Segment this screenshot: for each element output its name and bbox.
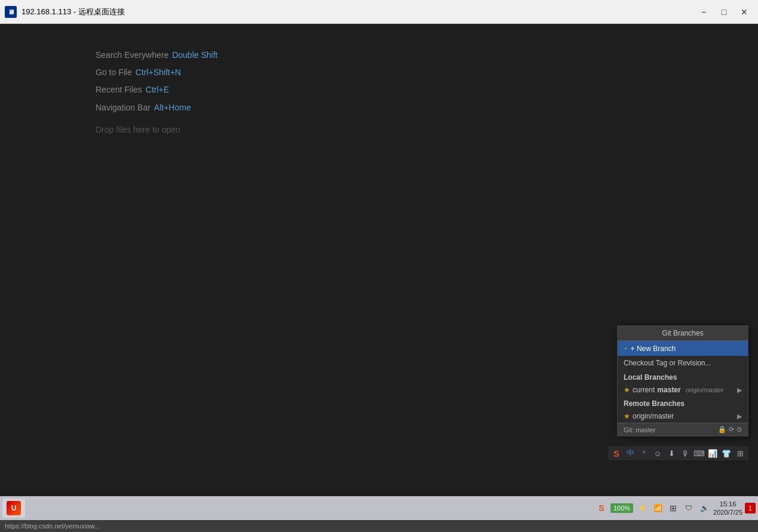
system-tray: S 中 ° ☺ ⬇ 🎙 ⌨ 📊 👕 ⊞	[608, 446, 748, 460]
intellij-icon: U	[7, 501, 21, 515]
remote-chevron-right-icon: ▶	[737, 413, 742, 420]
branch-current-label: current	[633, 386, 655, 394]
tray-icon-face[interactable]: ☺	[652, 447, 664, 459]
taskbar-icon-power[interactable]: ⚡	[636, 502, 649, 515]
remote-branch-left: ★ origin/master	[624, 412, 674, 420]
clock-area[interactable]: 15:16 2020/7/25	[713, 500, 742, 517]
search-everywhere-label: Search Everywhere	[96, 48, 168, 63]
tray-icon-shirt[interactable]: 👕	[720, 447, 732, 459]
new-branch-label: + New Branch	[631, 345, 676, 353]
recent-files-row: Recent Files Ctrl+E	[96, 82, 758, 97]
title-bar-controls: − □ ✕	[695, 5, 753, 19]
git-branches-popup: Git Branches + + New Branch Checkout Tag…	[617, 325, 748, 436]
taskbar: U S 100% ⚡ 📶 ⊞ 🛡 🔊 15:16 2020/7/25 1	[0, 496, 758, 520]
title-bar: 🖥 192.168.1.113 - 远程桌面连接 − □ ✕	[0, 0, 758, 24]
checkout-tag-item[interactable]: Checkout Tag or Revision...	[618, 356, 748, 370]
drop-files-text: Drop files here to open	[96, 122, 758, 137]
status-bar-url: https://blog.csdn.net/yemuxiaw...	[5, 522, 100, 530]
recent-files-shortcut: Ctrl+E	[146, 82, 169, 97]
git-refresh-icon: ⟳	[729, 426, 734, 433]
tray-icon-dot[interactable]: °	[638, 447, 650, 459]
star-icon: ★	[624, 386, 630, 394]
remote-branch-name: origin/master	[633, 412, 674, 420]
branch-origin-tag: origin/master	[686, 386, 724, 393]
minimize-button[interactable]: −	[695, 5, 713, 19]
branch-left: ★ current master origin/master	[624, 386, 723, 394]
git-branches-header: Git Branches	[618, 326, 748, 341]
taskbar-icon-network[interactable]: 📶	[651, 502, 664, 515]
tray-icon-chinese[interactable]: 中	[624, 447, 636, 459]
recent-files-label: Recent Files	[96, 82, 142, 97]
taskbar-icon-apps[interactable]: ⊞	[667, 502, 680, 515]
remote-branches-header: Remote Branches	[618, 396, 748, 410]
main-area: Search Everywhere Double Shift Go to Fil…	[0, 24, 758, 496]
git-bottom-bar: Git: master 🔒 ⟳ ⊙	[618, 423, 748, 436]
title-bar-app-icon: 🖥	[5, 6, 17, 18]
title-bar-left: 🖥 192.168.1.113 - 远程桌面连接	[5, 6, 125, 18]
tray-icon-s[interactable]: S	[610, 447, 622, 459]
local-branch-master[interactable]: ★ current master origin/master ▶	[618, 383, 748, 396]
checkout-tag-label: Checkout Tag or Revision...	[624, 359, 711, 367]
clock-time: 15:16	[720, 500, 736, 508]
go-to-file-row: Go to File Ctrl+Shift+N	[96, 65, 758, 80]
search-everywhere-row: Search Everywhere Double Shift	[96, 48, 758, 63]
battery-percent: 100%	[613, 505, 630, 512]
git-bottom-label: Git: master	[624, 426, 656, 433]
git-lock-icon: 🔒	[718, 426, 726, 433]
local-branches-header: Local Branches	[618, 370, 748, 383]
battery-indicator: 100%	[610, 503, 633, 513]
search-everywhere-shortcut: Double Shift	[172, 48, 217, 63]
status-bar: https://blog.csdn.net/yemuxiaw...	[0, 520, 758, 532]
tray-icon-mic[interactable]: 🎙	[679, 447, 691, 459]
tray-icon-chart[interactable]: 📊	[707, 447, 719, 459]
taskbar-icon-shield[interactable]: 🛡	[682, 502, 695, 515]
navigation-bar-row: Navigation Bar Alt+Home	[96, 100, 758, 115]
git-bottom-icons: 🔒 ⟳ ⊙	[718, 426, 742, 433]
remote-star-icon: ★	[624, 412, 630, 420]
new-branch-icon: +	[624, 344, 628, 353]
taskbar-icon-s[interactable]: S	[595, 502, 608, 515]
maximize-button[interactable]: □	[715, 5, 733, 19]
go-to-file-shortcut: Ctrl+Shift+N	[136, 65, 181, 80]
chevron-right-icon: ▶	[737, 386, 742, 394]
notification-badge[interactable]: 1	[745, 503, 756, 513]
tray-icon-grid[interactable]: ⊞	[734, 447, 746, 459]
close-button[interactable]: ✕	[735, 5, 753, 19]
tray-icon-keyboard[interactable]: ⌨	[693, 447, 705, 459]
navigation-bar-label: Navigation Bar	[96, 100, 151, 115]
tray-icon-download[interactable]: ⬇	[665, 447, 677, 459]
ide-content: Search Everywhere Double Shift Go to Fil…	[0, 24, 758, 137]
clock-date: 2020/7/25	[713, 508, 742, 516]
title-bar-title: 192.168.1.113 - 远程桌面连接	[22, 7, 125, 17]
taskbar-icon-speaker[interactable]: 🔊	[698, 502, 711, 515]
branch-master-name: master	[657, 386, 680, 394]
git-circle-icon: ⊙	[736, 426, 742, 433]
navigation-bar-shortcut: Alt+Home	[154, 100, 191, 115]
go-to-file-label: Go to File	[96, 65, 132, 80]
new-branch-item[interactable]: + + New Branch	[618, 341, 748, 356]
taskbar-right: S 100% ⚡ 📶 ⊞ 🛡 🔊 15:16 2020/7/25 1	[595, 500, 756, 517]
remote-branch-origin-master[interactable]: ★ origin/master ▶	[618, 410, 748, 423]
taskbar-app-intellij[interactable]: U	[2, 499, 25, 518]
